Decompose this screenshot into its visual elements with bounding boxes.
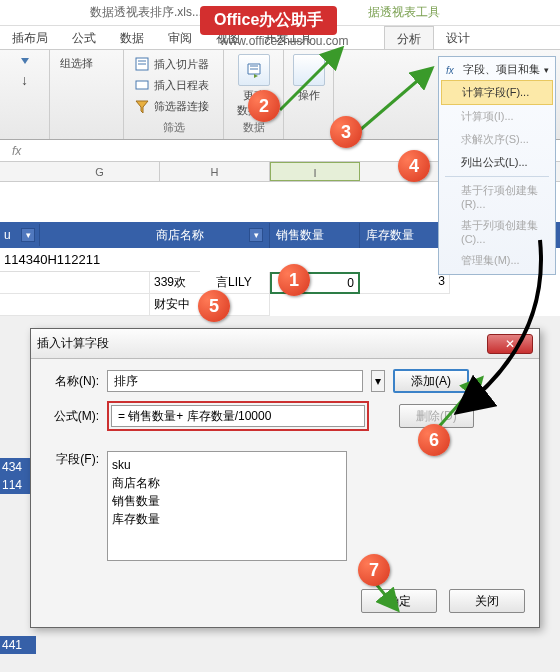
black-curve-arrow xyxy=(420,240,560,443)
btn-unknown-left[interactable]: ↓ xyxy=(8,54,41,88)
list-item[interactable]: 商店名称 xyxy=(112,474,342,492)
change-source-icon xyxy=(238,54,270,86)
tab-design[interactable]: 设计 xyxy=(434,26,482,49)
dialog-title: 插入计算字段 xyxy=(37,335,109,352)
side-sku-3: 441 xyxy=(0,636,36,654)
fields-listbox[interactable]: sku 商店名称 销售数量 库存数量 xyxy=(107,451,347,561)
formula-input[interactable] xyxy=(111,405,365,427)
dropdown-icon[interactable]: ▾ xyxy=(249,228,263,242)
step-badge-1: 1 xyxy=(278,264,310,296)
svg-text:fx: fx xyxy=(446,65,455,76)
colhead-g[interactable]: G xyxy=(40,162,160,181)
step-badge-2: 2 xyxy=(248,90,280,122)
group-data-label: 数据 xyxy=(243,120,265,135)
btn-insert-timeline[interactable]: 插入日程表 xyxy=(132,75,215,95)
step-badge-4: 4 xyxy=(398,150,430,182)
list-item[interactable]: 销售数量 xyxy=(112,492,342,510)
dropdown-icon[interactable]: ▾ xyxy=(21,228,35,242)
colhead-h[interactable]: H xyxy=(160,162,270,181)
tab-analyze[interactable]: 分析 xyxy=(384,26,434,49)
tab-review[interactable]: 审阅 xyxy=(156,26,204,49)
formula-label: 公式(M): xyxy=(45,408,99,425)
step-badge-7: 7 xyxy=(358,554,390,586)
filter-conn-icon xyxy=(134,99,150,115)
arrow-7-to-ok xyxy=(372,580,412,623)
menu-row-set: 基于行项创建集(R)... xyxy=(441,179,553,214)
tab-formula[interactable]: 公式 xyxy=(60,26,108,49)
sku-header[interactable]: u ▾ xyxy=(0,224,40,246)
step-badge-5: 5 xyxy=(198,290,230,322)
list-item[interactable]: 库存数量 xyxy=(112,510,342,528)
step-badge-6: 6 xyxy=(418,424,450,456)
arrow-down-icon xyxy=(17,54,33,70)
svg-line-8 xyxy=(376,584,396,608)
store-header[interactable]: 商店名称 ▾ xyxy=(150,223,270,248)
slicer-icon xyxy=(134,56,150,72)
name-dropdown-icon[interactable]: ▾ xyxy=(371,370,385,392)
step-badge-3: 3 xyxy=(330,116,362,148)
fx-label: fx xyxy=(12,144,21,158)
fields-label: 字段(F): xyxy=(45,451,99,468)
btn-insert-slicer[interactable]: 插入切片器 xyxy=(132,54,215,74)
name-label: 名称(N): xyxy=(45,373,99,390)
btn-filter-conn[interactable]: 筛选器连接 xyxy=(132,97,215,117)
svg-rect-3 xyxy=(136,81,148,89)
menu-header[interactable]: fx 字段、项目和集 ▾ xyxy=(441,59,553,80)
fx-icon: fx xyxy=(445,63,459,77)
file-name: 数据透视表排序.xls... xyxy=(90,4,202,21)
timeline-icon xyxy=(134,77,150,93)
tab-data[interactable]: 数据 xyxy=(108,26,156,49)
close-button[interactable]: 关闭 xyxy=(449,589,525,613)
tab-layout[interactable]: 插布局 xyxy=(0,26,60,49)
group-filter-label: 筛选 xyxy=(132,120,215,135)
name-input[interactable] xyxy=(107,370,363,392)
brand-badge: Office办公助手 xyxy=(200,6,337,35)
tool-context: 据透视表工具 xyxy=(368,4,440,21)
btn-group-select[interactable]: 组选择 xyxy=(58,54,115,73)
colhead-i[interactable]: I xyxy=(270,162,360,181)
sku-value-cell[interactable]: 114340H112211 xyxy=(0,248,200,272)
brand-url: www.officezhushou.com xyxy=(220,34,349,48)
group-select-label: 组选择 xyxy=(60,56,93,71)
list-item[interactable]: sku xyxy=(112,456,342,474)
sales-header: 销售数量 xyxy=(270,223,360,248)
